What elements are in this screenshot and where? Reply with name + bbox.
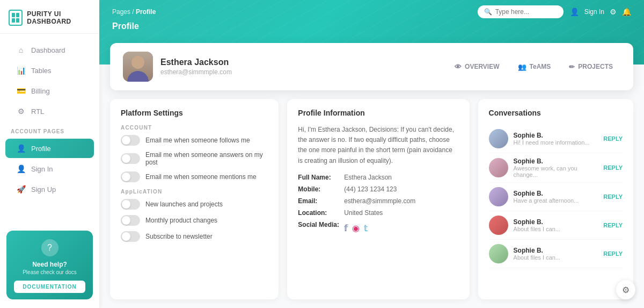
- settings-icon[interactable]: ⚙: [610, 8, 617, 16]
- sidebar-item-signin[interactable]: 👤 Sign In: [5, 159, 94, 178]
- rtl-icon: ⚙: [16, 107, 26, 116]
- home-icon: ⌂: [16, 46, 26, 54]
- signup-icon: 🚀: [16, 185, 26, 194]
- header-icons: 👤 Sign In ⚙ 🔔: [570, 8, 631, 16]
- projects-icon: ✏: [569, 63, 575, 71]
- info-label-social: Social Media:: [298, 221, 341, 233]
- profile-tabs: 👁 OVERVIEW 👥 TeAMS ✏ PROJECTS: [447, 59, 620, 75]
- info-label-mobile: Mobile:: [298, 185, 341, 193]
- convo-text-0: Sophie B. Hi! I need more information...: [514, 132, 598, 146]
- facebook-icon[interactable]: 𝕗: [344, 223, 348, 233]
- overview-icon: 👁: [455, 63, 462, 71]
- convo-name-2: Sophie B.: [514, 190, 598, 197]
- reply-button-2[interactable]: REPLY: [603, 194, 623, 200]
- platform-settings-panel: Platform Settings ACCOUNT Email me when …: [110, 99, 279, 299]
- tab-overview[interactable]: 👁 OVERVIEW: [447, 59, 507, 75]
- main-content: Pages / Profile 🔍 👤 Sign In ⚙ 🔔 Profile: [99, 0, 644, 308]
- sidebar-item-billing[interactable]: 💳 Billing: [5, 81, 94, 101]
- profile-card: Esthera Jackson esthera@simmmple.com 👁 O…: [110, 43, 633, 90]
- help-icon: ?: [41, 239, 58, 256]
- page-title: Profile: [112, 22, 631, 31]
- toggle-item-answers: Email me when someone answers on my post: [121, 151, 268, 166]
- profile-email: esthera@simmmple.com: [160, 68, 232, 76]
- convo-item-2: Sophie B. Have a great afternoon... REPL…: [489, 183, 623, 211]
- toggle-mentions[interactable]: [121, 171, 140, 182]
- convo-name-1: Sophie B.: [514, 157, 598, 165]
- toggle-newsletter[interactable]: [121, 231, 140, 242]
- toggle-item-mentions: Email me when someone mentions me: [121, 171, 268, 182]
- toggle-monthly[interactable]: [121, 215, 140, 226]
- convo-text-4: Sophie B. About files I can...: [514, 247, 598, 261]
- toggle-follows[interactable]: [121, 135, 140, 146]
- help-subtitle: Please check our docs: [14, 269, 85, 275]
- convo-item-3: Sophie B. About files I can... REPLY: [489, 211, 623, 240]
- convo-msg-4: About files I can...: [514, 254, 598, 261]
- user-icon: 👤: [570, 8, 579, 16]
- sidebar-item-signup[interactable]: 🚀 Sign Up: [5, 180, 94, 199]
- account-section-header: ACCOUNT: [121, 125, 268, 131]
- sidebar-item-profile[interactable]: 👤 Profile: [5, 139, 94, 158]
- help-box: ? Need help? Please check our docs DOCUM…: [6, 231, 93, 299]
- gear-icon: ⚙: [622, 285, 630, 295]
- bell-icon[interactable]: 🔔: [622, 8, 631, 16]
- sidebar-item-label: Tables: [31, 67, 52, 75]
- toggle-item-newsletter: Subscribe to newsletter: [121, 231, 268, 242]
- info-value-location: United States: [344, 209, 383, 217]
- info-label-location: Location:: [298, 209, 341, 217]
- account-section-label: ACCOUNT PAGES: [0, 122, 99, 138]
- toggle-label-answers: Email me when someone answers on my post: [145, 151, 268, 166]
- documentation-button[interactable]: DOCUMENTATION: [14, 281, 85, 293]
- reply-button-0[interactable]: REPLY: [603, 135, 623, 142]
- bottom-gear-button[interactable]: ⚙: [616, 280, 635, 299]
- info-row-location: Location: United States: [298, 209, 458, 217]
- twitter-icon[interactable]: 𝕥: [364, 223, 368, 233]
- reply-button-4[interactable]: REPLY: [603, 250, 623, 257]
- convo-avatar-4: [489, 244, 508, 263]
- convo-name-3: Sophie B.: [514, 218, 598, 226]
- logo-icon: [9, 10, 23, 26]
- toggle-label-mentions: Email me when someone mentions me: [145, 173, 257, 181]
- help-title: Need help?: [14, 261, 85, 268]
- tab-teams[interactable]: 👥 TeAMS: [510, 59, 559, 75]
- sidebar-nav: ⌂ Dashboard 📊 Tables 💳 Billing ⚙ RTL ACC…: [0, 34, 99, 224]
- toggle-launches[interactable]: [121, 199, 140, 210]
- convo-item-0: Sophie B. Hi! I need more information...…: [489, 125, 623, 153]
- sign-in-link[interactable]: Sign In: [584, 8, 604, 16]
- info-row-email: Email: esthera@simmmple.com: [298, 197, 458, 205]
- profile-text: Esthera Jackson esthera@simmmple.com: [160, 58, 232, 76]
- breadcrumb-row: Pages / Profile 🔍 👤 Sign In ⚙ 🔔: [112, 5, 631, 18]
- sidebar-item-label: Dashboard: [31, 46, 65, 54]
- conversations-panel: Conversations Sophie B. Hi! I need more …: [478, 99, 633, 299]
- tab-projects-label: PROJECTS: [578, 63, 613, 70]
- convo-avatar-1: [489, 158, 508, 177]
- sidebar-item-rtl[interactable]: ⚙ RTL: [5, 102, 94, 121]
- convo-text-3: Sophie B. About files I can...: [514, 218, 598, 232]
- chart-icon: 📊: [16, 66, 26, 75]
- convo-msg-2: Have a great afternoon...: [514, 197, 598, 204]
- toggle-item-follows: Email me when someone follows me: [121, 135, 268, 146]
- sidebar-item-tables[interactable]: 📊 Tables: [5, 61, 94, 80]
- instagram-icon[interactable]: ◉: [352, 223, 360, 233]
- avatar: [123, 52, 153, 82]
- info-label-name: Full Name:: [298, 174, 341, 181]
- profile-info-panel: Profile Information Hi, I'm Esthera Jack…: [287, 99, 469, 299]
- convo-name-4: Sophie B.: [514, 247, 598, 254]
- search-box: 🔍: [478, 5, 564, 18]
- sidebar-item-dashboard[interactable]: ⌂ Dashboard: [5, 40, 94, 60]
- toggle-answers[interactable]: [121, 153, 140, 164]
- bio-text: Hi, I'm Esthera Jackson, Decisions: If y…: [298, 125, 458, 166]
- info-row-social: Social Media: 𝕗 ◉ 𝕥: [298, 221, 458, 233]
- convo-item-4: Sophie B. About files I can... REPLY: [489, 240, 623, 268]
- info-value-email: esthera@simmmple.com: [344, 197, 415, 205]
- tab-teams-label: TeAMS: [530, 63, 551, 70]
- convo-text-1: Sophie B. Awesome work, can you change..…: [514, 157, 598, 178]
- info-label-email: Email:: [298, 197, 341, 205]
- sidebar-logo: PURITY UI DASHBOARD: [0, 0, 99, 34]
- tab-projects[interactable]: ✏ PROJECTS: [561, 59, 620, 75]
- reply-button-1[interactable]: REPLY: [603, 164, 623, 171]
- search-input[interactable]: [495, 8, 554, 16]
- reply-button-3[interactable]: REPLY: [603, 222, 623, 228]
- avatar-face: [123, 52, 153, 82]
- platform-settings-title: Platform Settings: [121, 109, 268, 117]
- toggle-item-monthly: Monthly product changes: [121, 215, 268, 226]
